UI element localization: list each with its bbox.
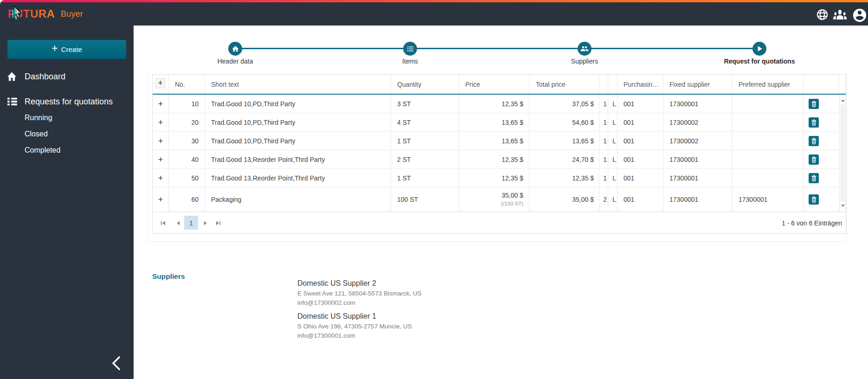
cell-preferred-supplier <box>733 132 804 150</box>
scrollbar-down-arrow[interactable] <box>841 205 845 207</box>
sidebar-collapse-button[interactable] <box>109 356 124 371</box>
cell-price: 13,65 $ <box>459 132 530 150</box>
delete-row-button[interactable] <box>809 173 819 183</box>
create-button-label: Create <box>61 45 82 53</box>
cell-quantity: 1 ST <box>391 132 459 150</box>
delete-row-button[interactable] <box>809 194 819 205</box>
step-label-items[interactable]: Items <box>402 58 418 65</box>
cell-fixed-supplier: 17300002 <box>663 113 733 131</box>
table-body: + 10 Trad.Good 10,PD,Third Party 3 ST 12… <box>153 95 839 212</box>
header-price[interactable]: Price <box>459 75 530 94</box>
step-label-suppliers[interactable]: Suppliers <box>571 58 598 65</box>
sidebar-item-dashboard[interactable]: Dashboard <box>0 67 134 86</box>
header-preferred-supplier[interactable]: Preferred supplier <box>733 75 804 94</box>
step-items-icon[interactable] <box>403 42 417 56</box>
supplier-name: Domestic US Supplier 2 <box>297 279 422 288</box>
table-row[interactable]: + 50 Trad.Good 13,Reorder Point,Thrd Par… <box>153 169 839 187</box>
sidebar-subitem-completed[interactable]: Completed <box>25 146 60 155</box>
cell-preferred-supplier <box>733 113 804 131</box>
cell-fixed-supplier: 17300001 <box>663 169 733 187</box>
step-label-header-data[interactable]: Header data <box>217 58 253 65</box>
cell-price: 12,35 $ <box>459 150 530 168</box>
cell-fixed-supplier: 17300002 <box>663 132 733 150</box>
logo-suffix: Buyer <box>61 9 83 19</box>
pager-last-button[interactable] <box>212 212 225 234</box>
cell-price: 13,65 $ <box>459 113 530 131</box>
delete-row-button[interactable] <box>809 99 819 109</box>
step-label-request-for-quotations[interactable]: Request for quotations <box>724 58 795 65</box>
cell-preferred-supplier: 17300001 <box>733 187 804 212</box>
cell-preferred-supplier <box>733 150 804 168</box>
account-icon[interactable] <box>852 7 868 25</box>
delete-row-button[interactable] <box>809 136 819 146</box>
expand-row-button[interactable]: + <box>153 150 169 168</box>
header-quantity[interactable]: Quantity <box>391 75 459 94</box>
language-globe-icon[interactable] <box>816 8 829 23</box>
cell-short-text: Trad.Good 10,PD,Third Party <box>205 95 391 113</box>
pager-page-1[interactable]: 1 <box>184 216 198 230</box>
delete-row-button[interactable] <box>809 154 819 165</box>
cell-n1: 1 <box>599 150 608 168</box>
cell-no: 40 <box>169 150 205 168</box>
cell-n1: 1 <box>599 169 608 187</box>
header-fixed-supplier[interactable]: Fixed supplier <box>663 75 733 94</box>
cell-total-price: 24,70 $ <box>530 150 599 168</box>
expand-row-button[interactable]: + <box>153 95 169 113</box>
cell-purchasing: 001 <box>617 113 663 131</box>
supplier-card: Domestic US Supplier 1 S Ohio Ave 198, 4… <box>297 312 412 340</box>
sidebar-subitem-closed[interactable]: Closed <box>25 129 48 139</box>
header-total-price[interactable]: Total price <box>530 75 599 94</box>
supplier-address: S Ohio Ave 198, 47305-2757 Muncie, US <box>297 322 412 331</box>
header-short-text[interactable]: Short text <box>205 75 391 94</box>
sidebar-subitem-running[interactable]: Running <box>25 113 52 122</box>
cell-n2: L <box>608 169 617 187</box>
expand-row-button[interactable]: + <box>153 132 169 150</box>
cell-fixed-supplier: 17300001 <box>663 150 733 168</box>
pager-prev-button[interactable] <box>172 212 184 234</box>
step-header-data-icon[interactable] <box>228 42 242 56</box>
pager-first-button[interactable] <box>157 212 169 234</box>
sidebar-item-requests-for-quotations[interactable]: Requests for quotations <box>0 92 134 111</box>
table-vertical-scrollbar[interactable] <box>839 95 846 212</box>
expand-all-button[interactable]: + <box>155 78 165 88</box>
table-row[interactable]: + 40 Trad.Good 13,Reorder Point,Thrd Par… <box>153 150 839 169</box>
sidebar-item-label: Dashboard <box>25 72 65 82</box>
cell-fixed-supplier: 17300001 <box>663 187 733 212</box>
table-row[interactable]: + 20 Trad.Good 10,PD,Third Party 4 ST 13… <box>153 113 839 132</box>
cell-total-price: 12,35 $ <box>530 169 599 187</box>
cell-quantity: 4 ST <box>391 113 459 131</box>
step-suppliers-icon[interactable] <box>578 42 592 56</box>
header-actions <box>804 75 839 94</box>
header-purchasing[interactable]: Purchasin… <box>617 75 663 94</box>
stepper-connector-line <box>235 48 759 49</box>
brand-gradient-strip <box>0 0 868 2</box>
table-row[interactable]: + 60 Packaging 100 ST 35,00 $ (/100 ST) … <box>153 187 839 212</box>
delete-row-button[interactable] <box>809 117 819 128</box>
scrollbar-thumb[interactable] <box>841 105 845 201</box>
cell-actions <box>804 150 839 168</box>
expand-row-button[interactable]: + <box>153 169 169 187</box>
home-icon <box>7 72 16 81</box>
header-n1 <box>599 75 608 94</box>
header-no[interactable]: No. <box>169 75 205 94</box>
table-row[interactable]: + 30 Trad.Good 10,PD,Third Party 1 ST 13… <box>153 132 839 150</box>
mouse-cursor-icon <box>12 5 23 21</box>
cell-purchasing: 001 <box>617 95 663 113</box>
cell-preferred-supplier <box>733 95 804 113</box>
expand-row-button[interactable]: + <box>153 187 169 212</box>
create-button[interactable]: + Create <box>7 40 126 59</box>
cell-purchasing: 001 <box>617 187 663 212</box>
supplier-name: Domestic US Supplier 1 <box>297 312 412 321</box>
list-icon <box>7 98 17 106</box>
expand-row-button[interactable]: + <box>153 113 169 131</box>
scrollbar-up-arrow[interactable] <box>841 99 845 102</box>
pager-next-button[interactable] <box>199 212 212 234</box>
table-row[interactable]: + 10 Trad.Good 10,PD,Third Party 3 ST 12… <box>153 95 839 113</box>
cell-total-price: 54,60 $ <box>530 113 599 131</box>
cell-n2: L <box>608 113 617 131</box>
groups-icon[interactable] <box>833 10 847 21</box>
cell-price: 35,00 $ (/100 ST) <box>459 187 530 212</box>
cell-quantity: 100 ST <box>391 187 459 212</box>
cell-price-unit: (/100 ST) <box>501 200 523 207</box>
step-request-for-quotations-icon[interactable] <box>752 42 766 56</box>
